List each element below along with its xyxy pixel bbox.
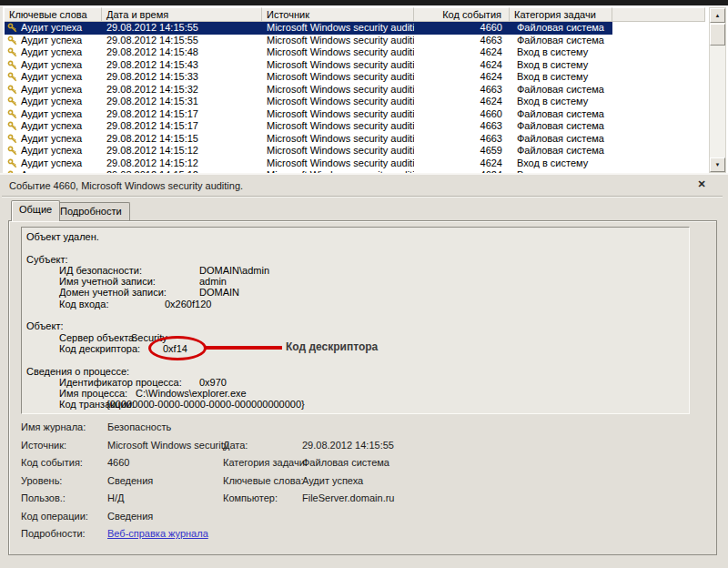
audit-success-key-icon <box>7 96 17 106</box>
table-row[interactable]: Аудит успеха29.08.2012 14:15:17Microsoft… <box>5 120 612 133</box>
property-label: Код операции: <box>21 511 88 522</box>
table-row[interactable]: Аудит успеха29.08.2012 14:15:55Microsoft… <box>5 22 612 35</box>
table-row[interactable]: Аудит успеха29.08.2012 14:15:17Microsoft… <box>5 108 612 121</box>
column-header-blank[interactable] <box>612 7 705 22</box>
property-value: 4660 <box>107 457 129 468</box>
scroll-up-icon[interactable]: ▲ <box>710 8 725 23</box>
tab-general[interactable]: Общие <box>11 200 60 221</box>
source-cell: Microsoft Windows security auditing. <box>262 84 414 96</box>
keywords-cell: Аудит успеха <box>21 71 82 84</box>
property-label: Дата: <box>223 440 248 451</box>
close-icon[interactable]: ✕ <box>695 178 708 191</box>
table-row[interactable]: Аудит успеха29.08.2012 14:15:48Microsoft… <box>5 46 612 59</box>
property-value: Microsoft Windows security <box>107 440 228 451</box>
table-row[interactable]: Аудит успеха29.08.2012 14:15:43Microsoft… <box>5 59 612 72</box>
category-cell: Вход в систему <box>510 96 612 108</box>
datetime-cell: 29.08.2012 14:15:17 <box>102 108 262 121</box>
property-label: Код события: <box>21 457 83 468</box>
tab-page: Объект удален.Субъект:ИД безопасности:DO… <box>8 220 717 555</box>
category-cell: Файловая система <box>510 108 612 121</box>
blank-line <box>22 354 689 365</box>
field-value: {00000000-0000-0000-0000-000000000000} <box>106 399 305 410</box>
keywords-cell: Аудит успеха <box>21 84 82 96</box>
category-cell: Файловая система <box>510 35 612 47</box>
event-code-cell: 4660 <box>414 108 510 121</box>
property-label: Ключевые слова: <box>223 475 304 486</box>
separator-line <box>2 196 723 198</box>
keywords-cell: Аудит успеха <box>21 35 82 47</box>
column-header-Категория задачи[interactable]: Категория задачи <box>510 7 612 22</box>
field-value: 0x970 <box>199 377 227 388</box>
source-cell: Microsoft Windows security auditing. <box>262 46 414 59</box>
category-cell: Файловая система <box>510 120 612 133</box>
scroll-down-icon[interactable]: ▼ <box>710 157 725 172</box>
column-header-Код события[interactable]: Код события <box>414 7 510 22</box>
audit-success-key-icon <box>7 134 17 144</box>
table-row[interactable]: Аудит успеха29.08.2012 14:15:12Microsoft… <box>5 157 612 170</box>
table-row[interactable]: Аудит успеха29.08.2012 14:15:12Microsoft… <box>5 145 612 157</box>
keywords-cell: Аудит успеха <box>21 108 82 121</box>
event-code-cell: 4624 <box>414 96 510 108</box>
table-row[interactable]: Аудит успеха29.08.2012 14:15:55Microsoft… <box>5 35 612 47</box>
keywords-cell: Аудит успеха <box>21 133 82 146</box>
event-details-pane: Событие 4660, Microsoft Windows security… <box>0 173 728 568</box>
tab-details[interactable]: Подробности <box>52 202 130 221</box>
property-value: 29.08.2012 14:15:55 <box>302 440 394 451</box>
column-header-Источник[interactable]: Источник <box>262 7 414 22</box>
description-line: Субъект: <box>22 254 689 265</box>
description-line: Объект удален. <box>22 231 689 242</box>
category-cell: Файловая система <box>510 22 612 35</box>
source-cell: Microsoft Windows security auditing. <box>262 22 414 35</box>
scroll-thumb[interactable] <box>710 24 725 46</box>
table-row[interactable]: Аудит успеха29.08.2012 14:15:32Microsoft… <box>5 84 612 96</box>
event-description-text: Объект удален.Субъект:ИД безопасности:DO… <box>22 228 689 411</box>
event-code-cell: 4663 <box>414 120 510 133</box>
keywords-cell: Аудит успеха <box>21 46 82 59</box>
category-cell: Вход в систему <box>510 59 612 72</box>
red-callout-line <box>205 346 282 350</box>
top-window-edge <box>0 0 728 6</box>
callout-label: Код дескриптора <box>286 340 378 353</box>
list-rows: Аудит успеха29.08.2012 14:15:55Microsoft… <box>5 22 708 173</box>
event-code-cell: 4624 <box>414 157 510 170</box>
datetime-cell: 29.08.2012 14:15:32 <box>102 84 262 96</box>
audit-success-key-icon <box>7 47 17 57</box>
vertical-scrollbar[interactable]: ▲ ▼ <box>709 7 726 173</box>
description-line: Сведения о процессе: <box>22 366 689 377</box>
audit-success-key-icon <box>7 85 17 95</box>
property-value: Файловая система <box>302 457 389 468</box>
field-label: Имя процесса: <box>59 388 127 399</box>
event-code-cell: 4663 <box>414 133 510 146</box>
event-log-online-help-link[interactable]: Веб-справка журнала <box>107 528 208 539</box>
keywords-cell: Аудит успеха <box>21 22 82 35</box>
field-label: Домен учетной записи: <box>59 287 167 298</box>
datetime-cell: 29.08.2012 14:15:12 <box>102 145 262 157</box>
field-label: ИД безопасности: <box>59 265 142 276</box>
list-header: Ключевые словаДата и времяИсточникКод со… <box>5 7 705 22</box>
datetime-cell: 29.08.2012 14:15:17 <box>102 120 262 133</box>
datetime-cell: 29.08.2012 14:15:15 <box>102 133 262 146</box>
column-header-Ключевые слова[interactable]: Ключевые слова <box>5 7 102 22</box>
property-label: Имя журнала: <box>21 421 86 432</box>
table-row[interactable]: Аудит успеха29.08.2012 14:15:31Microsoft… <box>5 96 612 108</box>
source-cell: Microsoft Windows security auditing. <box>262 71 414 84</box>
field-value: admin <box>199 276 227 287</box>
audit-success-key-icon <box>7 36 17 46</box>
property-label: Пользов.: <box>21 492 66 503</box>
table-row[interactable]: Аудит успеха29.08.2012 14:15:15Microsoft… <box>5 133 612 146</box>
event-description-box: Объект удален.Субъект:ИД безопасности:DO… <box>21 227 690 414</box>
property-value: Сведения <box>107 511 153 522</box>
audit-success-key-icon <box>7 146 17 156</box>
category-cell: Файловая система <box>510 133 612 146</box>
description-field: Имя учетной записи:admin <box>22 276 689 287</box>
field-label: Имя учетной записи: <box>59 276 156 287</box>
audit-success-key-icon <box>7 23 17 33</box>
event-viewer-window: Ключевые словаДата и времяИсточникКод со… <box>0 0 728 568</box>
property-label: Компьютер: <box>223 492 278 503</box>
audit-success-key-icon <box>7 72 17 82</box>
column-header-Дата и время[interactable]: Дата и время <box>102 7 262 22</box>
table-row[interactable]: Аудит успеха29.08.2012 14:15:33Microsoft… <box>5 71 612 84</box>
event-code-cell: 4624 <box>414 71 510 84</box>
red-ellipse-annotation <box>148 336 207 360</box>
property-value: Сведения <box>107 475 153 486</box>
